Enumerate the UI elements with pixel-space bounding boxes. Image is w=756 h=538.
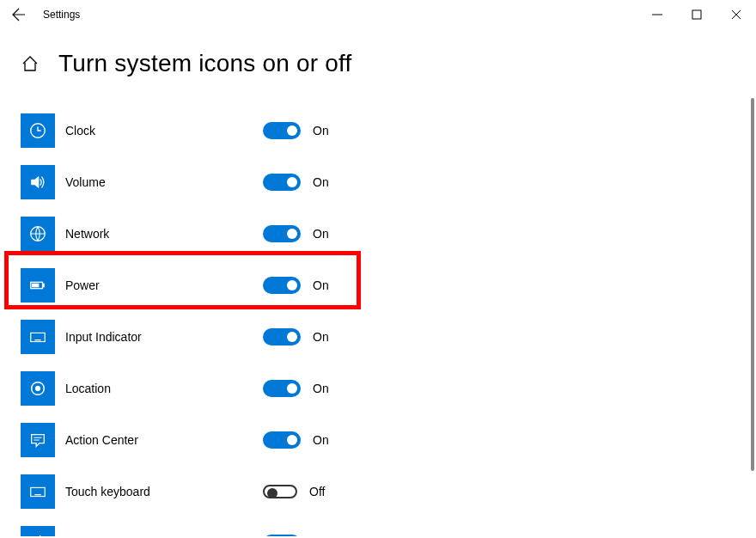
minimize-button[interactable] (637, 0, 677, 29)
home-icon (21, 55, 39, 72)
row-touch-keyboard: Touch keyboardOff (21, 466, 749, 517)
row-network: NetworkOn (21, 208, 749, 260)
toggle-knob (287, 280, 297, 290)
row-label: Power (65, 278, 263, 292)
minimize-icon (652, 9, 662, 20)
clock-icon (21, 113, 55, 148)
toggle-state-label: On (313, 227, 329, 241)
toggle-knob (287, 383, 297, 394)
scrollbar-thumb[interactable] (751, 98, 754, 471)
row-windows-ink: Windows Ink WorkspaceOn (21, 517, 749, 536)
svg-rect-0 (692, 10, 701, 19)
toggle-action-center[interactable] (263, 431, 301, 449)
arrow-left-icon (12, 8, 26, 21)
row-label: Touch keyboard (65, 485, 263, 498)
row-label: Network (65, 227, 263, 241)
home-button[interactable] (21, 54, 40, 73)
toggle-location[interactable] (263, 380, 301, 397)
toggle-clock[interactable] (263, 122, 301, 139)
content-area: ClockOnVolumeOnNetworkOnPowerOnInput Ind… (0, 98, 756, 536)
close-icon (731, 9, 741, 20)
toggle-knob (287, 229, 297, 239)
toggle-power[interactable] (263, 277, 301, 294)
toggle-state-label: On (313, 433, 329, 447)
keyboard-icon (21, 474, 55, 509)
action-center-icon (21, 423, 55, 457)
volume-icon (21, 165, 55, 199)
network-icon (21, 217, 55, 251)
maximize-icon (692, 9, 702, 20)
back-button[interactable] (0, 0, 38, 29)
row-label: Clock (65, 124, 263, 138)
toggle-state-label: On (313, 330, 329, 344)
row-action-center: Action CenterOn (21, 414, 749, 466)
toggle-volume[interactable] (263, 174, 301, 191)
row-clock: ClockOn (21, 105, 749, 156)
window-title: Settings (43, 9, 80, 21)
row-label: Input Indicator (65, 330, 263, 344)
toggle-knob (287, 332, 297, 342)
toggle-input-indicator[interactable] (263, 328, 301, 345)
toggle-network[interactable] (263, 225, 301, 242)
keyboard-icon (21, 320, 55, 354)
toggle-touch-keyboard[interactable] (263, 485, 297, 498)
row-input-indicator: Input IndicatorOn (21, 311, 749, 363)
row-power: PowerOn (21, 260, 749, 311)
power-icon (21, 268, 55, 303)
titlebar: Settings (0, 0, 756, 29)
pen-icon (21, 526, 55, 536)
toggle-state-label: On (313, 175, 329, 189)
page-header: Turn system icons on or off (0, 29, 756, 98)
maximize-button[interactable] (677, 0, 716, 29)
window-controls (637, 0, 756, 29)
toggle-state-label: On (313, 278, 329, 292)
page-title: Turn system icons on or off (58, 50, 352, 77)
row-label: Volume (65, 175, 263, 189)
row-volume: VolumeOn (21, 156, 749, 208)
toggle-state-label: Off (309, 485, 325, 498)
toggle-windows-ink[interactable] (263, 535, 301, 536)
svg-rect-4 (43, 284, 45, 287)
row-label: Location (65, 382, 263, 395)
toggle-state-label: On (313, 124, 329, 138)
svg-point-8 (35, 386, 40, 391)
icon-toggle-list: ClockOnVolumeOnNetworkOnPowerOnInput Ind… (0, 98, 749, 536)
vertical-scrollbar[interactable] (751, 98, 754, 536)
toggle-knob (267, 488, 277, 498)
svg-rect-5 (33, 284, 39, 287)
toggle-state-label: On (313, 382, 329, 395)
toggle-knob (287, 435, 297, 445)
toggle-knob (287, 177, 297, 187)
close-button[interactable] (716, 0, 756, 29)
row-label: Action Center (65, 433, 263, 447)
location-icon (21, 371, 55, 406)
toggle-knob (287, 125, 297, 136)
row-location: LocationOn (21, 363, 749, 414)
